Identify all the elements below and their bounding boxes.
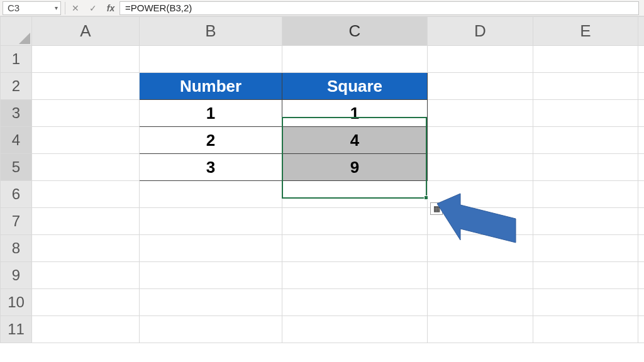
name-box[interactable]: C3 ▾ (3, 1, 61, 15)
select-all-triangle-icon (19, 33, 30, 44)
row-header-4[interactable]: 4 (1, 127, 32, 154)
cancel-icon[interactable]: ✕ (67, 1, 84, 15)
cell-C1[interactable] (282, 46, 428, 73)
svg-marker-0 (19, 33, 30, 44)
cell-D9[interactable] (428, 262, 533, 289)
cell-A2[interactable] (32, 73, 140, 100)
cell-E1[interactable] (533, 46, 638, 73)
cell-A1[interactable] (32, 46, 140, 73)
cell-B1[interactable] (140, 46, 282, 73)
cell-B10[interactable] (140, 289, 282, 316)
cell-edge-1[interactable] (638, 46, 645, 73)
row-header-1[interactable]: 1 (1, 46, 32, 73)
cell-B2[interactable]: Number (140, 73, 282, 100)
cell-edge-11[interactable] (638, 316, 645, 343)
cell-C4[interactable]: 4 (282, 127, 428, 154)
cell-C10[interactable] (282, 289, 428, 316)
cell-A11[interactable] (32, 316, 140, 343)
cell-C6[interactable] (282, 181, 428, 208)
col-header-D[interactable]: D (428, 17, 533, 46)
cell-E2[interactable] (533, 73, 638, 100)
separator (65, 2, 65, 14)
cell-A9[interactable] (32, 262, 140, 289)
row-header-9[interactable]: 9 (1, 262, 32, 289)
svg-marker-1 (437, 194, 516, 243)
cell-E6[interactable] (533, 181, 638, 208)
cell-edge-8[interactable] (638, 235, 645, 262)
cell-E10[interactable] (533, 289, 638, 316)
cell-C7[interactable] (282, 208, 428, 235)
formula-bar: C3 ▾ ✕ ✓ fx =POWER(B3,2) (0, 0, 644, 16)
cell-edge-4[interactable] (638, 127, 645, 154)
formula-input[interactable]: =POWER(B3,2) (119, 1, 639, 15)
cell-B9[interactable] (140, 262, 282, 289)
cell-C9[interactable] (282, 262, 428, 289)
cell-C2[interactable]: Square (282, 73, 428, 100)
col-header-C[interactable]: C (282, 17, 428, 46)
cell-edge-5[interactable] (638, 154, 645, 181)
row-header-6[interactable]: 6 (1, 181, 32, 208)
cell-A5[interactable] (32, 154, 140, 181)
cell-A10[interactable] (32, 289, 140, 316)
name-box-value: C3 (8, 3, 19, 13)
cell-D3[interactable] (428, 100, 533, 127)
cell-B6[interactable] (140, 181, 282, 208)
cell-A7[interactable] (32, 208, 140, 235)
cell-D2[interactable] (428, 73, 533, 100)
cell-A8[interactable] (32, 235, 140, 262)
col-header-B[interactable]: B (140, 17, 282, 46)
row-header-10[interactable]: 10 (1, 289, 32, 316)
row-header-5[interactable]: 5 (1, 154, 32, 181)
cell-D5[interactable] (428, 154, 533, 181)
row-header-8[interactable]: 8 (1, 235, 32, 262)
row-header-3[interactable]: 3 (1, 100, 32, 127)
cell-E4[interactable] (533, 127, 638, 154)
col-header-edge[interactable] (638, 17, 645, 46)
cell-B8[interactable] (140, 235, 282, 262)
cell-C5[interactable]: 9 (282, 154, 428, 181)
cell-E3[interactable] (533, 100, 638, 127)
cell-A3[interactable] (32, 100, 140, 127)
cell-B11[interactable] (140, 316, 282, 343)
cell-C8[interactable] (282, 235, 428, 262)
row-header-7[interactable]: 7 (1, 208, 32, 235)
sheet-grid[interactable]: A B C D E 1 2 Number Square (0, 16, 644, 343)
row-header-2[interactable]: 2 (1, 73, 32, 100)
cell-edge-2[interactable] (638, 73, 645, 100)
cell-D11[interactable] (428, 316, 533, 343)
cell-E7[interactable] (533, 208, 638, 235)
cell-B5[interactable]: 3 (140, 154, 282, 181)
cell-B7[interactable] (140, 208, 282, 235)
select-all-corner[interactable] (1, 17, 32, 46)
pointer-arrow-icon (428, 192, 528, 249)
formula-text: =POWER(B3,2) (125, 3, 192, 13)
cell-edge-3[interactable] (638, 100, 645, 127)
cell-A6[interactable] (32, 181, 140, 208)
cell-C11[interactable] (282, 316, 428, 343)
cell-B4[interactable]: 2 (140, 127, 282, 154)
cell-B3[interactable]: 1 (140, 100, 282, 127)
fx-icon[interactable]: fx (102, 1, 119, 15)
cell-E5[interactable] (533, 154, 638, 181)
cell-edge-9[interactable] (638, 262, 645, 289)
cell-D4[interactable] (428, 127, 533, 154)
cell-edge-10[interactable] (638, 289, 645, 316)
cell-edge-7[interactable] (638, 208, 645, 235)
cell-E9[interactable] (533, 262, 638, 289)
col-header-A[interactable]: A (32, 17, 140, 46)
cell-D10[interactable] (428, 289, 533, 316)
enter-icon[interactable]: ✓ (84, 1, 102, 15)
cell-C3[interactable]: 1 (282, 100, 428, 127)
cell-A4[interactable] (32, 127, 140, 154)
cell-edge-6[interactable] (638, 181, 645, 208)
cell-E11[interactable] (533, 316, 638, 343)
row-header-11[interactable]: 11 (1, 316, 32, 343)
cell-D1[interactable] (428, 46, 533, 73)
spreadsheet: A B C D E 1 2 Number Square (0, 16, 644, 343)
col-header-E[interactable]: E (533, 17, 638, 46)
cell-E8[interactable] (533, 235, 638, 262)
chevron-down-icon[interactable]: ▾ (55, 4, 58, 11)
